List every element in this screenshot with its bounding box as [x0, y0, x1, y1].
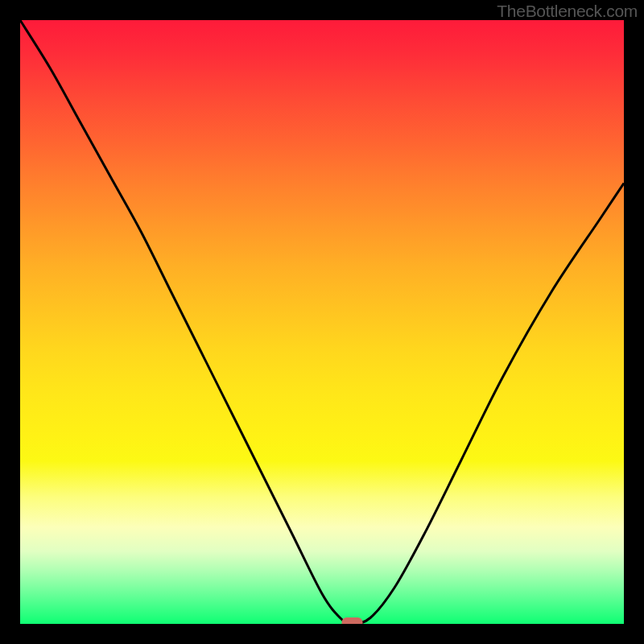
watermark-text: TheBottleneck.com [497, 2, 638, 21]
plot-area [20, 20, 624, 624]
curve-layer [20, 20, 624, 624]
chart-frame: TheBottleneck.com [0, 0, 644, 644]
bottleneck-curve [20, 20, 624, 624]
optimal-point-marker [342, 617, 363, 624]
